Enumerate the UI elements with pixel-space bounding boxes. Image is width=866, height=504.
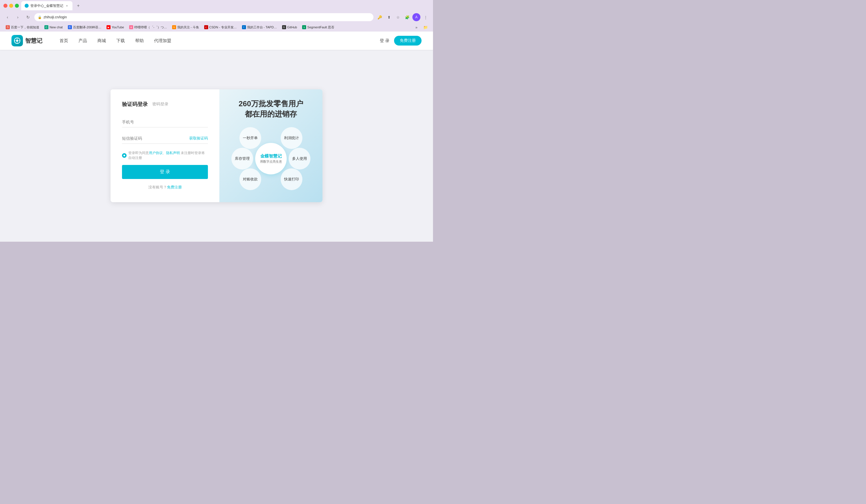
active-tab[interactable]: 登录中心_金蝶智慧记 × [21,1,73,10]
baidutranslate-favicon: 百 [68,25,72,29]
back-button[interactable]: ‹ [3,13,11,21]
close-button[interactable] [3,4,8,8]
tab-title: 登录中心_金蝶智慧记 [30,3,63,8]
promo-title: 260万批发零售用户 都在用的进销存 [238,99,303,120]
newchat-favicon: C [44,25,48,29]
nav-actions: 登 录 免费注册 [380,36,422,46]
nav-download[interactable]: 下载 [116,38,125,44]
bookmark-baidu[interactable]: 百 百度一下，你就知道 [3,24,42,30]
bookmark-github[interactable]: G GitHub [280,24,299,30]
promo-panel: 260万批发零售用户 都在用的进销存 金蝶智慧记 用数字点亮生意 一秒开单 利润… [219,89,322,202]
address-bar[interactable]: 🔒 zhihuiji.cn/login [34,13,374,21]
url-text: zhihuiji.cn/login [44,15,370,19]
bookmarks-more: » 📁 [412,23,430,31]
agreement-text: 登录即为同意用户协议、隐私声明 未注册时登录将自动注册 [128,150,208,160]
promo-diagram: 金蝶智慧记 用数字点亮生意 一秒开单 利润统计 库存管理 多人使用 [231,124,311,193]
traffic-lights [3,4,19,8]
security-icon: 🔒 [38,15,42,19]
bubble-reconcile: 对账收款 [240,168,261,190]
phone-field-group [122,117,208,127]
tapd-favicon: T [242,25,246,29]
bubble-profit-stats: 利润统计 [281,127,302,149]
bookmark-segmentfault[interactable]: S SegmentFault 思否 [300,24,336,30]
csdn-favicon: C [204,25,208,29]
login-card: 验证码登录 密码登录 获取验证码 [111,89,322,202]
sms-field-group: 获取验证码 [122,133,208,144]
bookmark-baidu-translate[interactable]: 百 百度翻译-200种语… [66,24,104,30]
sms-input[interactable] [122,133,189,144]
bookmark-newchat[interactable]: C New chat [42,24,65,30]
bilibili-favicon: B [129,25,133,29]
nav-help[interactable]: 帮助 [135,38,144,44]
privacy-link[interactable]: 隐私声明 [166,151,180,155]
nav-links: 首页 产品 商城 下载 帮助 代理加盟 [59,38,380,44]
logo-text: 智慧记 [25,37,42,45]
segmentfault-favicon: S [302,25,306,29]
address-bar-row: ‹ › ↻ 🔒 zhihuiji.cn/login 🔑 ⬆ ☆ 🧩 A ⋮ [0,11,433,23]
logo-area[interactable]: 智慧记 [11,35,42,46]
profile-icon[interactable]: A [412,13,420,21]
tab-password-login[interactable]: 密码登录 [152,102,168,107]
nav-home[interactable]: 首页 [59,38,68,44]
main-area: 验证码登录 密码登录 获取验证码 [0,50,433,242]
maximize-button[interactable] [15,4,19,8]
nav-product[interactable]: 产品 [78,38,87,44]
tab-sms-login[interactable]: 验证码登录 [122,101,148,108]
bottom-register-link[interactable]: 免费注册 [167,185,182,189]
menu-icon[interactable]: ⋮ [422,13,430,21]
login-form-panel: 验证码登录 密码登录 获取验证码 [111,89,219,202]
bookmark-csdn[interactable]: C CSDN - 专业开发… [202,24,239,30]
refresh-button[interactable]: ↻ [24,13,32,21]
new-tab-button[interactable]: + [75,1,82,10]
login-tabs: 验证码登录 密码登录 [122,101,208,108]
get-code-button[interactable]: 获取验证码 [189,136,208,141]
douyu-favicon: 斗 [172,25,176,29]
register-button[interactable]: 免费注册 [394,36,422,46]
bookmark-bilibili[interactable]: B 哔哩哔哩（゜-゜）つ… [127,24,169,30]
key-icon[interactable]: 🔑 [376,13,384,21]
tab-favicon [25,4,29,8]
tab-close-button[interactable]: × [65,4,69,8]
bookmark-douyu[interactable]: 斗 我的关注 - 斗鱼 [170,24,201,30]
bookmarks-folder[interactable]: 📁 [422,23,430,31]
bookmark-youtube[interactable]: ▶ YouTube [104,24,126,30]
toolbar-icons: 🔑 ⬆ ☆ 🧩 A ⋮ [376,13,430,21]
agreement-checkbox[interactable] [122,153,126,158]
bubble-one-second: 一秒开单 [240,127,261,149]
no-account-row: 没有账号？免费注册 [122,185,208,190]
bookmarks-bar: 百 百度一下，你就知道 C New chat 百 百度翻译-200种语… ▶ Y… [0,23,433,32]
bubble-fast-print: 快速打印 [281,168,302,190]
bookmark-star-icon[interactable]: ☆ [394,13,402,21]
login-link[interactable]: 登 录 [380,38,389,44]
extensions-icon[interactable]: 🧩 [403,13,411,21]
bubble-inventory: 库存管理 [231,148,253,169]
bubble-multi-user: 多人使用 [289,148,310,169]
nav-agency[interactable]: 代理加盟 [154,38,171,44]
svg-point-1 [16,40,18,42]
login-submit-button[interactable]: 登 录 [122,165,208,179]
checkbox-check [123,155,125,156]
nav-store[interactable]: 商城 [97,38,106,44]
baidu-favicon: 百 [6,25,10,29]
site-nav: 智慧记 首页 产品 商城 下载 帮助 代理加盟 登 录 免费注册 [0,32,433,50]
forward-button[interactable]: › [14,13,22,21]
agreement-row: 登录即为同意用户协议、隐私声明 未注册时登录将自动注册 [122,150,208,160]
youtube-favicon: ▶ [107,25,111,29]
logo-icon [11,35,23,46]
bookmark-tapd[interactable]: T 我的工作台 - TAPD… [240,24,279,30]
share-icon[interactable]: ⬆ [385,13,393,21]
sms-row: 获取验证码 [122,133,208,144]
bookmarks-chevron[interactable]: » [412,23,420,31]
center-bubble: 金蝶智慧记 用数字点亮生意 [255,143,287,175]
phone-input[interactable] [122,117,208,127]
page-content: 智慧记 首页 产品 商城 下载 帮助 代理加盟 登 录 免费注册 验证码登录 密… [0,32,433,242]
github-favicon: G [282,25,286,29]
user-agreement-link[interactable]: 用户协议 [149,151,163,155]
minimize-button[interactable] [9,4,13,8]
